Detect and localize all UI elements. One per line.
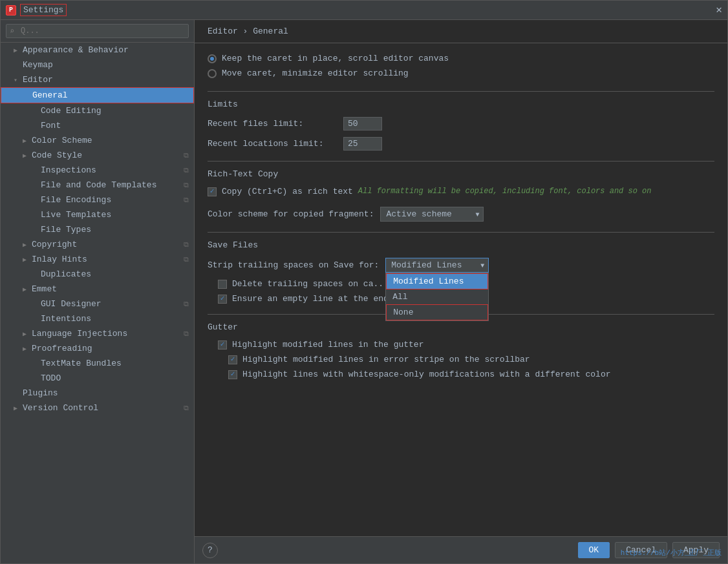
dropdown-option-none[interactable]: None xyxy=(386,304,488,320)
ok-button[interactable]: OK xyxy=(578,542,610,558)
dropdown-option-all[interactable]: All xyxy=(386,289,488,304)
sidebar-item-general[interactable]: General xyxy=(1,87,194,103)
radio-move-caret-input[interactable] xyxy=(208,69,217,78)
recent-files-input[interactable] xyxy=(343,117,382,131)
sidebar-item-plugins[interactable]: Plugins xyxy=(1,386,194,401)
chevron-icon: ▾ xyxy=(14,76,23,84)
title-bar: P Settings ✕ xyxy=(1,1,727,20)
sidebar-item-code-editing[interactable]: Code Editing xyxy=(1,103,194,118)
delete-trailing-checkbox-input[interactable] xyxy=(218,280,227,289)
recent-locations-label: Recent locations limit: xyxy=(208,139,337,149)
sidebar-item-todo[interactable]: TODO xyxy=(1,371,194,386)
sidebar-item-label: General xyxy=(32,90,188,100)
radio-keep-caret[interactable]: Keep the caret in place, scroll editor c… xyxy=(208,54,714,63)
gutter-highlight-whitespace-input[interactable] xyxy=(228,370,237,379)
sidebar-item-inlay-hints[interactable]: ▶ Inlay Hints ⧉ xyxy=(1,252,194,267)
empty-line-checkbox-input[interactable] xyxy=(218,295,227,304)
sidebar-item-textmate-bundles[interactable]: TextMate Bundles xyxy=(1,356,194,371)
close-button[interactable]: ✕ xyxy=(716,5,722,16)
recent-files-row: Recent files limit: xyxy=(208,117,714,131)
delete-trailing-label: Delete trailing spaces on ca... xyxy=(232,279,389,289)
sidebar-item-proofreading[interactable]: ▶ Proofreading xyxy=(1,341,194,356)
rich-text-checkbox-input[interactable] xyxy=(208,187,217,196)
dropdown-option-modified-lines[interactable]: Modified Lines xyxy=(386,273,488,289)
copy-icon: ⧉ xyxy=(184,241,189,249)
rich-text-checkbox[interactable]: Copy (Ctrl+C) as rich text xyxy=(208,187,353,196)
radio-move-caret[interactable]: Move caret, minimize editor scrolling xyxy=(208,68,714,78)
strip-trailing-dropdown-menu: Modified Lines All None xyxy=(385,273,489,321)
strip-trailing-dropdown-selected[interactable]: Modified Lines xyxy=(385,258,489,273)
gutter-highlight-error-stripe-label: Highlight modified lines in error stripe… xyxy=(242,355,530,364)
strip-trailing-row: Strip trailing spaces on Save for: Modif… xyxy=(208,258,714,273)
breadcrumb: Editor › General xyxy=(195,20,727,43)
sidebar-item-appearance[interactable]: ▶ Appearance & Behavior xyxy=(1,43,194,57)
sidebar-item-color-scheme[interactable]: ▶ Color Scheme xyxy=(1,133,194,148)
copy-icon: ⧉ xyxy=(184,182,189,189)
sidebar-item-label: Version Control xyxy=(23,403,184,413)
sidebar-item-label: Live Templates xyxy=(41,210,189,220)
gutter-highlight-error-stripe[interactable]: Highlight modified lines in error stripe… xyxy=(228,355,714,364)
recent-locations-input[interactable] xyxy=(343,137,382,151)
caret-options-group: Keep the caret in place, scroll editor c… xyxy=(208,54,714,78)
rich-text-title: Rich-Text Copy xyxy=(208,169,714,179)
sidebar-item-gui-designer[interactable]: GUI Designer ⧉ xyxy=(1,297,194,311)
sidebar-list: ▶ Appearance & Behavior Keymap ▾ Editor … xyxy=(1,43,194,563)
sidebar-item-duplicates[interactable]: Duplicates xyxy=(1,267,194,282)
chevron-icon: ▶ xyxy=(23,330,32,338)
sidebar-item-version-control[interactable]: ▶ Version Control ⧉ xyxy=(1,401,194,415)
save-files-title: Save Files xyxy=(208,240,714,250)
sidebar-item-file-encodings[interactable]: File Encodings ⧉ xyxy=(1,193,194,207)
sidebar-item-editor[interactable]: ▾ Editor xyxy=(1,72,194,87)
chevron-icon: ▶ xyxy=(23,256,32,264)
sidebar-item-file-types[interactable]: File Types xyxy=(1,222,194,237)
cancel-button[interactable]: Cancel xyxy=(615,542,667,558)
apply-button[interactable]: Apply xyxy=(672,542,720,558)
sidebar-item-label: Language Injections xyxy=(32,329,184,339)
sidebar-item-copyright[interactable]: ▶ Copyright ⧉ xyxy=(1,237,194,252)
radio-keep-caret-input[interactable] xyxy=(208,54,217,63)
chevron-icon: ▶ xyxy=(23,286,32,293)
sidebar-item-emmet[interactable]: ▶ Emmet xyxy=(1,282,194,297)
rich-text-checkbox-row: Copy (Ctrl+C) as rich text All formattin… xyxy=(208,187,714,202)
sidebar-item-label: Font xyxy=(41,121,189,131)
copy-icon: ⧉ xyxy=(184,404,189,412)
app-icon: P xyxy=(6,5,16,16)
sidebar-item-label: Code Style xyxy=(32,151,184,160)
sidebar-item-label: Intentions xyxy=(41,314,189,324)
window-title: Settings xyxy=(20,4,67,16)
main-layout: ⌕ ▶ Appearance & Behavior Keymap ▾ xyxy=(1,20,727,563)
sidebar-item-label: Proofreading xyxy=(32,344,189,353)
sidebar-item-label: Duplicates xyxy=(41,269,189,279)
strip-trailing-label: Strip trailing spaces on Save for: xyxy=(208,260,379,270)
sidebar-item-language-injections[interactable]: ▶ Language Injections ⧉ xyxy=(1,326,194,341)
help-button[interactable]: ? xyxy=(202,543,218,558)
gutter-highlight-error-stripe-input[interactable] xyxy=(228,355,237,364)
sidebar-item-inspections[interactable]: Inspections ⧉ xyxy=(1,163,194,178)
sidebar-item-intentions[interactable]: Intentions xyxy=(1,311,194,326)
sidebar-item-label: Editor xyxy=(23,75,189,85)
sidebar-item-live-templates[interactable]: Live Templates xyxy=(1,207,194,222)
sidebar-item-code-style[interactable]: ▶ Code Style ⧉ xyxy=(1,148,194,163)
sidebar-item-keymap[interactable]: Keymap xyxy=(1,57,194,72)
copy-icon: ⧉ xyxy=(184,256,189,264)
gutter-highlight-whitespace[interactable]: Highlight lines with whitespace-only mod… xyxy=(228,370,714,379)
sidebar: ⌕ ▶ Appearance & Behavior Keymap ▾ xyxy=(1,20,195,563)
color-scheme-label: Color scheme for copied fragment: xyxy=(208,209,374,219)
sidebar-item-font[interactable]: Font xyxy=(1,118,194,133)
search-input[interactable] xyxy=(6,24,189,38)
color-scheme-dropdown: Active scheme xyxy=(380,207,484,222)
sidebar-item-label: GUI Designer xyxy=(41,299,184,309)
copy-icon: ⧉ xyxy=(184,330,189,338)
recent-locations-row: Recent locations limit: xyxy=(208,137,714,151)
sidebar-item-file-code-templates[interactable]: File and Code Templates ⧉ xyxy=(1,178,194,193)
sidebar-item-label: Plugins xyxy=(23,388,189,398)
color-scheme-selected[interactable]: Active scheme xyxy=(380,207,484,222)
main-panel: Editor › General Keep the caret in place… xyxy=(195,20,727,563)
gutter-highlight-whitespace-label: Highlight lines with whitespace-only mod… xyxy=(242,370,611,379)
gutter-highlight-modified-input[interactable] xyxy=(218,340,227,350)
sidebar-item-label: Inspections xyxy=(41,165,184,175)
copy-icon: ⧉ xyxy=(184,196,189,204)
gutter-highlight-modified[interactable]: Highlight modified lines in the gutter xyxy=(218,340,714,350)
sidebar-item-label: Code Editing xyxy=(41,106,189,116)
copy-icon: ⧉ xyxy=(184,152,189,160)
